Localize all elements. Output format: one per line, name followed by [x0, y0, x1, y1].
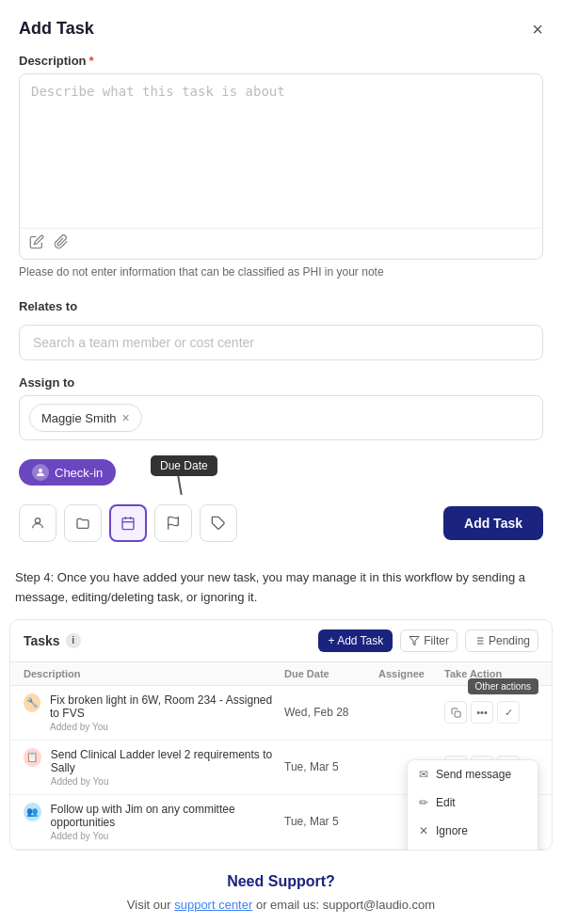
take-action-1: ••• ✓ Other actions [444, 701, 538, 724]
action-toolbar: Add Task [0, 497, 562, 553]
relates-to-input[interactable] [19, 325, 543, 360]
description-label: Description * [19, 54, 543, 68]
context-menu: ✉ Send message ✏ Edit ✕ Ignore 🗑 Delete [407, 759, 538, 851]
support-center-link[interactable]: support center [174, 898, 252, 912]
edit-icon: ✏ [419, 796, 428, 809]
add-task-modal: Add Task × Description * [0, 0, 562, 924]
phi-note: Please do not enter information that can… [19, 265, 543, 279]
context-edit[interactable]: ✏ Edit [408, 789, 538, 817]
close-button[interactable]: × [532, 20, 543, 39]
pending-button[interactable]: Pending [465, 629, 538, 652]
action-check-1[interactable]: ✓ [497, 701, 520, 724]
step-text: Step 4: Once you have added your new tas… [0, 553, 562, 619]
tasks-panel-title: Tasks [24, 633, 60, 648]
assign-to-section: Assign to Maggie Smith × [0, 372, 562, 452]
col-due-date: Due Date [284, 668, 378, 679]
send-message-icon: ✉ [419, 768, 428, 781]
filter-button[interactable]: Filter [400, 629, 458, 652]
info-badge: i [66, 633, 81, 648]
support-text-before: Visit our [127, 898, 174, 912]
row-icon-1: 🔧 [24, 693, 40, 712]
calendar-tool-button[interactable] [109, 504, 147, 542]
task-date-2: Tue, Mar 5 [284, 760, 378, 773]
task-added-2: Added by You [51, 776, 284, 787]
edit-icon[interactable] [29, 234, 44, 253]
flag-tool-button[interactable] [154, 504, 192, 542]
support-text-after: or email us: support@laudio.com [256, 898, 435, 912]
assignee-tag: Maggie Smith × [29, 404, 142, 432]
attachment-icon[interactable] [54, 234, 69, 253]
task-date-1: Wed, Feb 28 [284, 706, 378, 719]
col-take-action: Take Action [444, 668, 538, 679]
description-input[interactable] [20, 74, 542, 225]
checkin-icon [32, 464, 49, 481]
svg-marker-8 [409, 636, 419, 645]
required-star: * [89, 54, 94, 68]
context-ignore-label: Ignore [436, 824, 468, 837]
table-row: 📋 Send Clinical Ladder level 2 requireme… [10, 741, 552, 795]
task-added-1: Added by You [50, 722, 284, 732]
relates-to-section: Relates to [0, 288, 562, 372]
task-desc-2: Send Clinical Ladder level 2 requirement… [51, 748, 284, 774]
description-toolbar [20, 228, 542, 259]
other-actions-tooltip: Other actions [468, 678, 538, 694]
remove-assignee-button[interactable]: × [121, 410, 129, 425]
tasks-panel-header: Tasks i + Add Task Filter Pending [10, 620, 552, 662]
folder-tool-button[interactable] [64, 504, 102, 542]
support-title: Need Support? [15, 873, 547, 890]
task-desc-1: Fix broken light in 6W, Room 234 - Assig… [50, 693, 284, 720]
modal-title: Add Task [19, 19, 94, 39]
context-ignore[interactable]: ✕ Ignore [408, 817, 538, 845]
task-desc-3: Follow up with Jim on any committee oppo… [51, 803, 284, 829]
add-task-button[interactable]: Add Task [443, 506, 543, 540]
table-row: 🔧 Fix broken light in 6W, Room 234 - Ass… [10, 686, 552, 741]
add-task-small-button[interactable]: + Add Task [318, 629, 393, 652]
action-more-1[interactable]: ••• [471, 701, 493, 724]
task-date-3: Tue, Mar 5 [284, 815, 378, 828]
row-icon-3: 👥 [24, 803, 41, 821]
checkin-badge[interactable]: Check-in [19, 459, 116, 486]
context-edit-label: Edit [436, 796, 456, 809]
svg-rect-15 [455, 711, 460, 717]
col-description: Description [24, 668, 284, 679]
due-date-tooltip: Due Date [151, 455, 217, 476]
ignore-icon: ✕ [419, 824, 428, 837]
tag-tool-button[interactable] [200, 504, 237, 542]
svg-point-1 [35, 518, 40, 523]
svg-point-0 [39, 469, 42, 472]
support-text: Visit our support center or email us: su… [15, 898, 547, 912]
relates-to-label: Relates to [19, 299, 543, 313]
svg-rect-2 [122, 518, 134, 530]
person-tool-button[interactable] [19, 504, 56, 542]
support-section: Need Support? Visit our support center o… [0, 851, 562, 924]
checkin-due-section: Due Date Check-in [0, 452, 562, 497]
assignee-name: Maggie Smith [41, 411, 116, 425]
context-send-message[interactable]: ✉ Send message [408, 760, 538, 789]
col-assignee: Assignee [378, 668, 444, 679]
action-copy-1[interactable] [444, 701, 467, 724]
task-added-3: Added by You [51, 831, 284, 841]
filter-label: Filter [424, 634, 449, 647]
tasks-panel: Tasks i + Add Task Filter Pending [9, 619, 553, 851]
checkin-label: Check-in [55, 466, 103, 480]
assign-to-label: Assign to [19, 375, 543, 390]
context-send-label: Send message [436, 768, 511, 781]
row-icon-2: 📋 [24, 748, 41, 767]
pending-label: Pending [489, 634, 530, 647]
